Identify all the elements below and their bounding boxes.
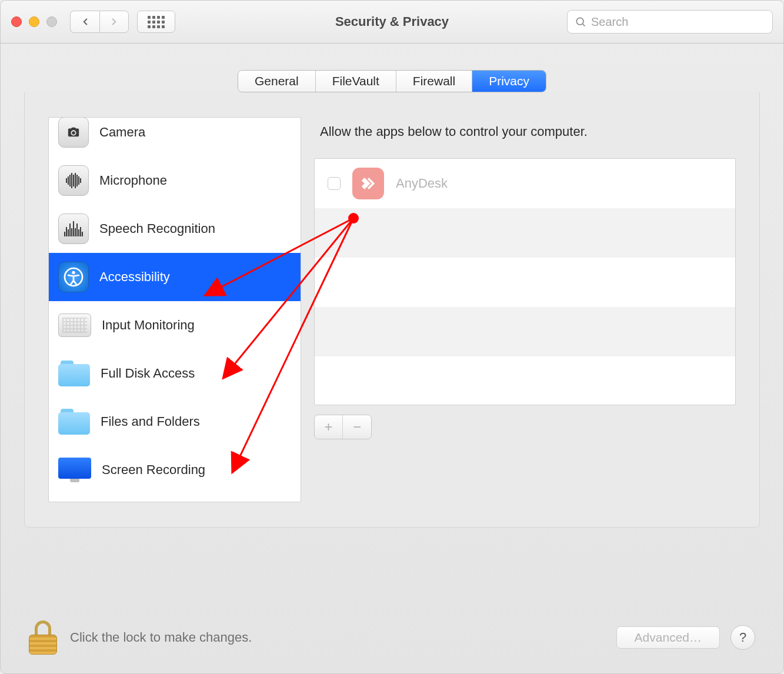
footer: Click the lock to make changes. Advanced… — [1, 602, 783, 673]
content-panel: Camera Microphone — [24, 92, 760, 528]
traffic-lights — [11, 16, 57, 27]
anydesk-icon — [352, 168, 384, 199]
tab-filevault[interactable]: FileVault — [316, 71, 396, 92]
sidebar-item-accessibility[interactable]: Accessibility — [49, 253, 301, 301]
accessibility-icon — [58, 262, 89, 292]
lock-button[interactable] — [29, 620, 57, 655]
forward-button[interactable] — [99, 11, 129, 33]
advanced-label: Advanced… — [635, 630, 702, 644]
tab-firewall[interactable]: Firewall — [396, 71, 472, 92]
zoom-window-button — [46, 16, 57, 27]
folder-icon — [58, 361, 90, 386]
sidebar-item-label: Full Disk Access — [101, 366, 195, 381]
tab-privacy[interactable]: Privacy — [472, 71, 546, 92]
chevron-right-icon — [109, 16, 119, 27]
toolbar: Security & Privacy — [1, 1, 783, 44]
minimize-window-button[interactable] — [29, 16, 39, 27]
sidebar-item-camera[interactable]: Camera — [49, 117, 301, 156]
sidebar-item-microphone[interactable]: Microphone — [49, 156, 301, 205]
minus-icon: − — [353, 419, 361, 435]
help-icon: ? — [739, 630, 746, 645]
folder-icon — [58, 409, 90, 435]
sidebar-item-label: Camera — [99, 125, 145, 140]
back-button[interactable] — [70, 11, 99, 33]
lock-icon — [35, 620, 51, 636]
right-pane: Allow the apps below to control your com… — [314, 117, 736, 502]
show-all-button[interactable] — [137, 11, 175, 33]
svg-line-1 — [583, 24, 585, 26]
app-list[interactable]: AnyDesk — [314, 158, 736, 405]
sidebar-item-files-and-folders[interactable]: Files and Folders — [49, 398, 301, 446]
plus-icon: + — [324, 419, 332, 435]
tab-segment: General FileVault Firewall Privacy — [238, 70, 546, 92]
camera-icon — [58, 117, 89, 148]
sidebar-item-speech[interactable]: Speech Recognition — [49, 205, 301, 253]
app-row-empty — [315, 307, 735, 356]
svg-point-3 — [72, 271, 75, 274]
app-name: AnyDesk — [396, 176, 448, 191]
lock-icon-body — [29, 635, 57, 655]
app-row-anydesk[interactable]: AnyDesk — [315, 159, 735, 208]
svg-point-0 — [576, 18, 583, 25]
microphone-icon — [58, 165, 89, 196]
tab-label: Firewall — [413, 74, 455, 88]
search-input[interactable] — [591, 15, 765, 29]
app-checkbox[interactable] — [328, 177, 341, 190]
advanced-button[interactable]: Advanced… — [616, 626, 720, 649]
chevron-left-icon — [80, 16, 91, 27]
add-remove-buttons: + − — [314, 415, 372, 439]
app-row-empty — [315, 258, 735, 307]
search-field[interactable] — [567, 10, 773, 34]
help-button[interactable]: ? — [730, 625, 755, 650]
sidebar-item-label: Speech Recognition — [99, 221, 215, 236]
privacy-category-sidebar[interactable]: Camera Microphone — [48, 117, 301, 502]
sidebar-item-input-monitoring[interactable]: Input Monitoring — [49, 301, 301, 349]
sidebar-item-label: Screen Recording — [102, 462, 205, 478]
add-app-button[interactable]: + — [315, 415, 343, 439]
sidebar-item-label: Files and Folders — [101, 414, 200, 429]
close-window-button[interactable] — [11, 16, 22, 27]
sidebar-item-automation[interactable]: Automation — [49, 494, 301, 502]
sidebar-item-label: Accessibility — [99, 269, 170, 285]
app-row-empty — [315, 208, 735, 258]
nav-buttons — [70, 11, 129, 33]
tab-general[interactable]: General — [238, 71, 316, 92]
sidebar-item-full-disk-access[interactable]: Full Disk Access — [49, 349, 301, 398]
tab-label: Privacy — [489, 74, 529, 88]
lock-message: Click the lock to make changes. — [70, 630, 252, 645]
remove-app-button[interactable]: − — [343, 415, 371, 439]
search-icon — [575, 16, 586, 28]
tab-bar: General FileVault Firewall Privacy — [1, 70, 783, 92]
keyboard-icon — [58, 313, 91, 337]
tab-label: FileVault — [332, 74, 379, 88]
sidebar-item-screen-recording[interactable]: Screen Recording — [49, 446, 301, 494]
preferences-window: Security & Privacy General FileVault Fir… — [0, 0, 784, 674]
tab-label: General — [255, 74, 299, 88]
right-pane-heading: Allow the apps below to control your com… — [314, 117, 736, 158]
sidebar-item-label: Input Monitoring — [102, 318, 195, 333]
speech-icon — [58, 213, 89, 244]
app-row-empty — [315, 356, 735, 405]
sidebar-item-label: Microphone — [99, 173, 167, 188]
display-icon — [58, 457, 91, 483]
apps-grid-icon — [148, 16, 165, 28]
